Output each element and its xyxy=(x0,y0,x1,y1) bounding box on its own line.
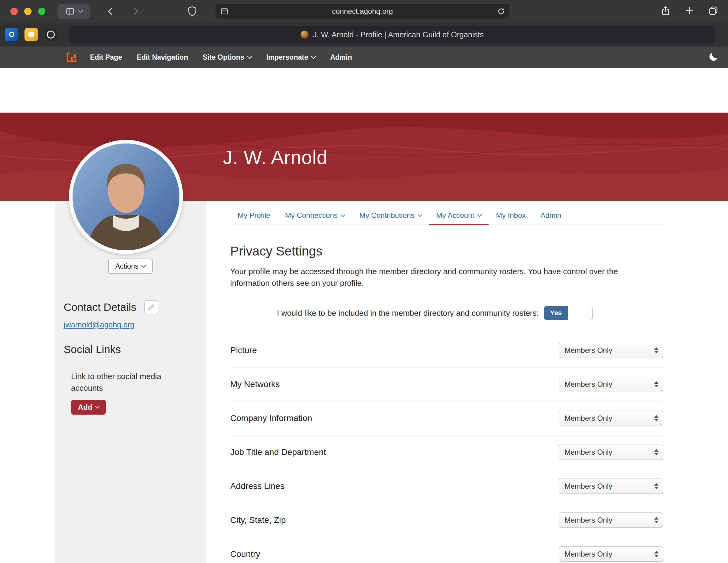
privacy-row-address-lines: Address Lines Members Only xyxy=(230,469,663,503)
contact-details-heading: Contact Details xyxy=(64,301,136,313)
privacy-select-my-networks[interactable]: Members Only xyxy=(559,377,663,392)
window-controls xyxy=(10,8,45,15)
directory-optin-label: I would like to be included in the membe… xyxy=(277,308,539,318)
privacy-select-job-title-department[interactable]: Members Only xyxy=(559,445,663,460)
admin-toolbar: Edit Page Edit Navigation Site Options I… xyxy=(0,47,728,68)
select-stepper-icon xyxy=(654,551,659,557)
chevron-down-icon xyxy=(141,263,146,268)
dark-mode-toggle[interactable] xyxy=(708,51,719,64)
privacy-row-label: Picture xyxy=(230,345,257,355)
browser-toolbar: connect.agohq.org xyxy=(0,0,728,23)
profile-tabs: My Profile My Connections My Contributio… xyxy=(230,208,663,225)
tab-overview-button[interactable] xyxy=(708,5,719,17)
profile-photo xyxy=(69,140,183,254)
reload-button[interactable] xyxy=(497,7,506,17)
privacy-settings-heading: Privacy Settings xyxy=(230,244,663,259)
privacy-rows: Picture Members Only My Networks Members… xyxy=(230,333,663,563)
directory-optin-toggle[interactable]: Yes xyxy=(544,306,593,320)
site-favicon xyxy=(301,31,309,39)
extension-icon-blue[interactable]: O xyxy=(5,28,18,41)
tab-my-contributions[interactable]: My Contributions xyxy=(352,208,429,225)
profile-sidebar: Actions Contact Details jwarnold@agohq.o… xyxy=(55,201,206,563)
social-links-text: Link to other social media accounts xyxy=(71,371,175,394)
select-stepper-icon xyxy=(654,347,659,353)
edit-contact-button[interactable] xyxy=(144,300,158,314)
admin-site-options[interactable]: Site Options xyxy=(203,53,251,62)
browser-tab[interactable]: J. W. Arnold - Profile | American Guild … xyxy=(69,26,715,43)
privacy-select-company-information[interactable]: Members Only xyxy=(559,411,663,426)
tabs-overview-icon xyxy=(708,5,719,16)
privacy-select-country[interactable]: Members Only xyxy=(559,546,663,562)
back-button[interactable] xyxy=(106,7,115,16)
url-text: connect.agohq.org xyxy=(216,7,509,16)
tab-my-connections[interactable]: My Connections xyxy=(278,208,352,225)
privacy-row-job-title-department: Job Title and Department Members Only xyxy=(230,435,663,469)
tab-my-profile[interactable]: My Profile xyxy=(230,208,278,225)
reload-icon xyxy=(497,7,506,16)
tab-my-inbox[interactable]: My Inbox xyxy=(489,208,533,225)
select-stepper-icon xyxy=(654,381,659,387)
email-link[interactable]: jwarnold@agohq.org xyxy=(64,320,134,329)
admin-edit-page[interactable]: Edit Page xyxy=(90,53,122,62)
minimize-window-button[interactable] xyxy=(24,8,32,15)
address-bar[interactable]: connect.agohq.org xyxy=(216,4,509,19)
new-tab-button[interactable] xyxy=(684,5,695,17)
sidebar-icon xyxy=(66,7,75,16)
moon-icon xyxy=(708,51,719,62)
admin-edit-navigation[interactable]: Edit Navigation xyxy=(137,53,188,62)
forward-button[interactable] xyxy=(131,7,140,16)
select-stepper-icon xyxy=(654,483,659,489)
tab-admin[interactable]: Admin xyxy=(533,208,569,225)
tab-my-account[interactable]: My Account xyxy=(429,208,489,225)
chevron-down-icon xyxy=(340,212,345,217)
toggle-yes-label: Yes xyxy=(544,306,568,320)
chevron-down-icon xyxy=(78,8,83,13)
sidebar-toggle-button[interactable] xyxy=(58,4,90,19)
forward-arrow-icon xyxy=(131,7,140,16)
plus-icon xyxy=(684,5,695,16)
browser-extension-icons: O xyxy=(5,28,58,41)
privacy-select-city-state-zip[interactable]: Members Only xyxy=(559,512,663,528)
pencil-icon xyxy=(147,303,155,311)
privacy-row-my-networks: My Networks Members Only xyxy=(230,367,663,401)
zoom-window-button[interactable] xyxy=(38,8,45,15)
extension-icon-dark[interactable] xyxy=(44,28,58,41)
admin-admin-link[interactable]: Admin xyxy=(330,53,352,62)
back-arrow-icon xyxy=(106,7,115,16)
select-stepper-icon xyxy=(654,415,659,421)
chevron-down-icon xyxy=(311,54,316,59)
actions-button[interactable]: Actions xyxy=(108,259,153,274)
privacy-row-label: Company Information xyxy=(230,413,312,423)
social-links-heading: Social Links xyxy=(64,343,206,355)
toggle-off-segment xyxy=(568,306,592,320)
directory-optin-row: I would like to be included in the membe… xyxy=(230,306,663,320)
privacy-settings-description: Your profile may be accessed through the… xyxy=(230,266,659,289)
profile-name: J. W. Arnold xyxy=(223,146,328,168)
share-button[interactable] xyxy=(660,5,671,17)
shield-icon xyxy=(186,5,198,17)
privacy-row-country: Country Members Only xyxy=(230,537,663,563)
chevron-down-icon xyxy=(477,212,482,217)
browser-window: connect.agohq.org O J. W. Arnold - xyxy=(0,0,728,563)
privacy-row-label: Job Title and Department xyxy=(230,447,326,457)
close-window-button[interactable] xyxy=(10,8,18,15)
privacy-row-label: Address Lines xyxy=(230,481,284,491)
privacy-report-button[interactable] xyxy=(186,5,198,17)
select-stepper-icon xyxy=(654,449,659,455)
toolbar-right-buttons xyxy=(660,5,719,17)
privacy-row-city-state-zip: City, State, Zip Members Only xyxy=(230,503,663,537)
chevron-down-icon xyxy=(247,54,252,59)
chevron-down-icon xyxy=(418,212,422,217)
privacy-row-label: Country xyxy=(230,549,260,559)
higher-logic-icon[interactable] xyxy=(66,51,78,63)
privacy-row-label: My Networks xyxy=(230,379,280,389)
privacy-select-picture[interactable]: Members Only xyxy=(559,343,663,358)
website-settings-icon[interactable] xyxy=(220,7,229,17)
admin-impersonate[interactable]: Impersonate xyxy=(266,53,316,62)
extension-icon-amber[interactable] xyxy=(24,28,38,41)
privacy-row-label: City, State, Zip xyxy=(230,515,286,525)
tab-bar: O J. W. Arnold - Profile | American Guil… xyxy=(0,23,728,47)
tab-title: J. W. Arnold - Profile | American Guild … xyxy=(313,30,484,39)
add-social-button[interactable]: Add xyxy=(71,400,106,415)
privacy-select-address-lines[interactable]: Members Only xyxy=(559,478,663,494)
